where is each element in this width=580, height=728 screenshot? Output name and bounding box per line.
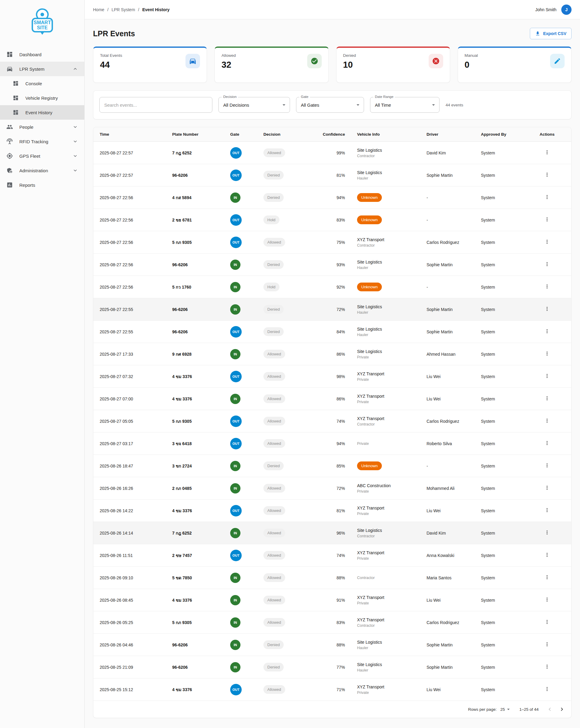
table-row[interactable]: 2025-08-27 22:55 96-6206 OUT Denied 84% … xyxy=(93,321,571,343)
previous-page-button[interactable] xyxy=(547,706,553,712)
events-count: 44 events xyxy=(446,103,464,107)
vehicle-info: XYZ Transport Private xyxy=(352,589,422,612)
export-csv-button[interactable]: Export CSV xyxy=(530,28,572,39)
sidebar-item-event-history[interactable]: Event History xyxy=(0,105,84,120)
chevron-down-icon xyxy=(72,167,78,174)
table-row[interactable]: 2025-08-27 07:32 4 ขม 3376 OUT Allowed 9… xyxy=(93,365,571,388)
row-actions-button[interactable] xyxy=(544,261,550,267)
row-actions-button[interactable] xyxy=(544,194,550,200)
row-actions-button[interactable] xyxy=(544,149,550,155)
table-row[interactable]: 2025-08-25 21:09 96-6206 IN Denied 77% S… xyxy=(93,656,571,678)
actions-cell xyxy=(523,477,571,499)
event-time: 2025-08-27 22:56 xyxy=(93,209,167,231)
confidence: 88% xyxy=(295,567,352,589)
vehicle-info: Contractor xyxy=(352,567,422,589)
row-actions-button[interactable] xyxy=(544,619,550,625)
avatar[interactable]: J xyxy=(561,4,572,15)
row-actions-button[interactable] xyxy=(544,395,550,401)
table-row[interactable]: 2025-08-27 22:57 96-6206 OUT Denied 81% … xyxy=(93,164,571,186)
row-actions-button[interactable] xyxy=(544,641,550,647)
chevron-down-icon xyxy=(72,124,78,130)
vehicle-type: Hauler xyxy=(357,668,417,672)
sidebar-item-rfid-tracking[interactable]: RFID Tracking xyxy=(0,134,84,149)
sidebar-item-people[interactable]: People xyxy=(0,120,84,134)
table-row[interactable]: 2025-08-27 07:00 4 ขม 3376 IN Allowed 86… xyxy=(93,388,571,410)
table-row[interactable]: 2025-08-26 09:10 5 ขด 7850 IN Allowed 88… xyxy=(93,567,571,589)
table-row[interactable]: 2025-08-27 03:17 3 ขจ 6418 OUT Allowed 9… xyxy=(93,433,571,455)
gate-cell: IN xyxy=(226,455,259,477)
table-row[interactable]: 2025-08-26 14:22 4 ขม 3376 OUT Allowed 8… xyxy=(93,499,571,522)
table-row[interactable]: 2025-08-27 05:05 5 กภ 9305 OUT Allowed 7… xyxy=(93,410,571,433)
breadcrumb-home[interactable]: Home xyxy=(93,7,104,12)
plate-number: 3 ขจ 6418 xyxy=(167,433,226,455)
gate-chip: IN xyxy=(230,483,240,493)
sidebar-item-lpr-system[interactable]: LPR System xyxy=(0,62,84,76)
date-range-select[interactable]: Date Range All Time xyxy=(370,97,440,113)
plate-number: 4 ขม 3376 xyxy=(167,388,226,410)
sidebar-item-console[interactable]: Console xyxy=(0,76,84,90)
breadcrumb-separator: / xyxy=(138,7,139,12)
row-actions-button[interactable] xyxy=(544,440,550,446)
table-row[interactable]: 2025-08-26 11:51 2 ขษ 7457 OUT Allowed 7… xyxy=(93,544,571,567)
row-actions-button[interactable] xyxy=(544,574,550,580)
table-row[interactable]: 2025-08-27 22:55 96-6206 IN Denied 72% S… xyxy=(93,298,571,321)
row-actions-button[interactable] xyxy=(544,306,550,312)
row-actions-button[interactable] xyxy=(544,283,550,289)
table-row[interactable]: 2025-08-27 22:56 5 กว 1760 IN Hold 92% U… xyxy=(93,276,571,298)
table-row[interactable]: 2025-08-26 14:14 7 กฎ 6252 IN Allowed 96… xyxy=(93,522,571,544)
gate-cell: IN xyxy=(226,388,259,410)
search-input[interactable] xyxy=(99,97,212,113)
decision-chip: Allowed xyxy=(263,528,285,537)
gate-cell: IN xyxy=(226,343,259,365)
more-vert-icon xyxy=(544,306,550,312)
row-actions-button[interactable] xyxy=(544,462,550,468)
vehicle-info: ABC Construction Private xyxy=(352,477,422,499)
gate-chip: OUT xyxy=(230,237,242,248)
table-row[interactable]: 2025-08-27 17:33 9 กศ 6928 IN Allowed 86… xyxy=(93,343,571,365)
table-row[interactable]: 2025-08-27 22:56 2 ขธ 6781 OUT Hold 83% … xyxy=(93,209,571,231)
sidebar-item-gps-fleet[interactable]: GPS Fleet xyxy=(0,149,84,163)
plate-number: 4 ขม 3376 xyxy=(167,678,226,701)
sidebar-item-vehicle-registry[interactable]: Vehicle Registry xyxy=(0,90,84,105)
sidebar-item-reports[interactable]: Reports xyxy=(0,178,84,192)
row-actions-button[interactable] xyxy=(544,485,550,491)
table-row[interactable]: 2025-08-26 05:25 5 กภ 9305 IN Allowed 83… xyxy=(93,612,571,634)
next-page-button[interactable] xyxy=(558,706,565,712)
row-actions-button[interactable] xyxy=(544,507,550,513)
row-actions-button[interactable] xyxy=(544,552,550,558)
table-row[interactable]: 2025-08-26 08:45 4 ขม 3376 IN Allowed 91… xyxy=(93,589,571,612)
page-title: LPR Events xyxy=(93,29,135,38)
table-row[interactable]: 2025-08-27 22:57 7 กฎ 6252 OUT Allowed 9… xyxy=(93,142,571,164)
row-actions-button[interactable] xyxy=(544,418,550,424)
rows-per-page-select[interactable]: 25 xyxy=(500,706,511,712)
table-row[interactable]: 2025-08-26 16:26 2 กภ 0485 IN Allowed 72… xyxy=(93,477,571,499)
more-vert-icon xyxy=(544,395,550,401)
decision-select[interactable]: Decision All Decisions xyxy=(218,97,290,113)
row-actions-button[interactable] xyxy=(544,216,550,223)
row-actions-button[interactable] xyxy=(544,172,550,178)
gate-select[interactable]: Gate All Gates xyxy=(296,97,364,113)
sidebar-item-administration[interactable]: Administration xyxy=(0,163,84,178)
table-row[interactable]: 2025-08-27 22:56 4 กส 5894 IN Denied 94%… xyxy=(93,186,571,209)
gate-chip: IN xyxy=(230,662,240,672)
row-actions-button[interactable] xyxy=(544,239,550,245)
sidebar-item-dashboard[interactable]: Dashboard xyxy=(0,47,84,62)
event-time: 2025-08-26 16:26 xyxy=(93,477,167,499)
bar-chart-icon xyxy=(6,181,13,188)
table-row[interactable]: 2025-08-26 04:46 96-6206 IN Denied 88% S… xyxy=(93,634,571,656)
table-row[interactable]: 2025-08-27 22:56 5 กภ 9305 OUT Allowed 7… xyxy=(93,231,571,254)
breadcrumb-lpr-system[interactable]: LPR System xyxy=(111,7,135,12)
row-actions-button[interactable] xyxy=(544,373,550,379)
row-actions-button[interactable] xyxy=(544,350,550,357)
row-actions-button[interactable] xyxy=(544,597,550,603)
column-header-driver: Driver xyxy=(422,127,476,142)
row-actions-button[interactable] xyxy=(544,686,550,692)
table-row[interactable]: 2025-08-25 15:12 4 ขม 3376 OUT Allowed 7… xyxy=(93,678,571,701)
table-row[interactable]: 2025-08-27 22:56 96-6206 IN Denied 93% S… xyxy=(93,254,571,276)
table-row[interactable]: 2025-08-26 18:47 3 ขก 2724 IN Denied 85%… xyxy=(93,455,571,477)
row-actions-button[interactable] xyxy=(544,328,550,334)
row-actions-button[interactable] xyxy=(544,664,550,670)
row-actions-button[interactable] xyxy=(544,529,550,536)
vehicle-info: Site Logistics Hauler xyxy=(352,164,422,186)
stat-card-denied: Denied 10 xyxy=(336,47,450,83)
